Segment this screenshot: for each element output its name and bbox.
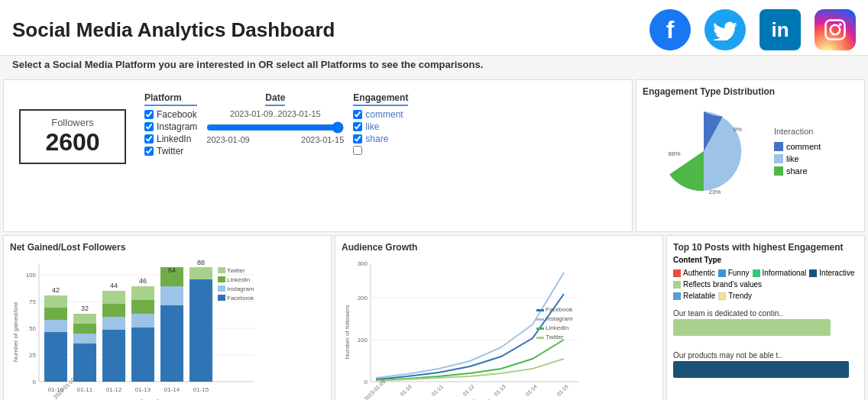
platform-twitter-checkbox[interactable] — [144, 147, 154, 156]
platform-twitter[interactable]: Twitter — [144, 146, 197, 156]
dashboard: Social Media Analytics Dashboard f in Se… — [0, 0, 868, 400]
legend-share-dot — [774, 166, 783, 176]
bar-date-2: 01-11 — [77, 386, 93, 393]
bar-instagram-1 — [44, 320, 67, 332]
header: Social Media Analytics Dashboard f in — [0, 0, 868, 56]
engagement-share-checkbox[interactable] — [353, 134, 362, 144]
legend-like-dot — [774, 154, 783, 163]
date-range-slider[interactable] — [206, 121, 344, 134]
engagement-extra[interactable] — [353, 146, 408, 155]
top-row: Followers 2600 Platform Facebook Instagr… — [3, 79, 865, 232]
engagement-share-label: share — [365, 134, 388, 144]
bar-linkedin-1 — [44, 308, 67, 320]
platform-filter: Platform Facebook Instagram LinkedIn — [144, 92, 197, 158]
followers-box: Followers 2600 — [19, 109, 126, 164]
ct-authentic-dot — [673, 269, 681, 277]
bar-instagram-2 — [73, 334, 96, 344]
line-y-0: 0 — [364, 379, 368, 385]
engagement-share[interactable]: share — [353, 134, 408, 144]
date-filter: Date 2023-01-09..2023-01-15 2023-01-09 2… — [206, 92, 344, 144]
engagement-like[interactable]: like — [353, 121, 408, 132]
ct-relatable-label: Relatable — [683, 292, 715, 300]
engagement-extra-checkbox[interactable] — [353, 146, 362, 155]
post-bar-2 — [673, 361, 849, 378]
legend-comment-dot — [774, 142, 783, 151]
pie-legend: Interaction comment like share — [774, 127, 821, 176]
ct-authentic: Authentic — [673, 269, 715, 277]
legend-share-text: share — [786, 166, 808, 176]
post-bar-1 — [673, 319, 831, 336]
engagement-comment-checkbox[interactable] — [353, 110, 362, 119]
engagement-filter: Engagement comment like share — [353, 92, 408, 156]
bar-linkedin-3 — [102, 304, 125, 317]
legend-tw-line — [536, 337, 544, 339]
line-y-200: 200 — [358, 295, 368, 302]
facebook-icon[interactable]: f — [649, 9, 691, 50]
filters-panel: Followers 2600 Platform Facebook Instagr… — [3, 79, 633, 232]
legend-fb-line-label: Facebook — [546, 306, 573, 313]
ct-trendy-dot — [718, 292, 726, 300]
bar-group-1: 42 01-10 — [44, 286, 67, 393]
bar-facebook-4 — [131, 327, 154, 382]
bar-group-2: 32 01-11 — [73, 305, 96, 393]
ct-authentic-label: Authentic — [683, 269, 715, 277]
bar-total-5: 64 — [168, 266, 176, 274]
platform-facebook-checkbox[interactable] — [144, 110, 154, 119]
line-xdate-4: 01-12 — [462, 383, 475, 397]
bar-y-50: 50 — [29, 325, 36, 332]
platform-filter-label: Platform — [144, 92, 197, 106]
linkedin-icon[interactable]: in — [760, 9, 801, 50]
legend-like: like — [774, 154, 821, 163]
platform-linkedin[interactable]: LinkedIn — [144, 134, 197, 144]
bar-group-3: 44 01-12 — [102, 282, 125, 393]
pie-legend-title: Interaction — [774, 127, 821, 136]
pie-container: 9% 68% 23% Interaction comment like — [643, 102, 858, 201]
bar-total-4: 46 — [139, 277, 147, 285]
instagram-icon[interactable] — [815, 9, 856, 50]
ct-reflects: Reflects brand's values — [673, 280, 858, 289]
bar-y-100: 100 — [26, 272, 37, 279]
bar-total-1: 42 — [52, 286, 60, 294]
platform-facebook[interactable]: Facebook — [144, 109, 197, 120]
ct-informational-dot — [753, 269, 760, 277]
platform-instagram-label: Instagram — [157, 121, 197, 132]
platform-facebook-label: Facebook — [157, 109, 197, 120]
line-y-label: Number of followers — [344, 305, 351, 359]
bar-facebook-6 — [189, 279, 212, 382]
line-twitter — [376, 359, 564, 381]
engagement-filter-label: Engagement — [353, 92, 408, 106]
engagement-like-checkbox[interactable] — [353, 122, 362, 131]
bar-instagram-3 — [102, 317, 125, 330]
line-xdate-2: 01-10 — [399, 383, 413, 397]
ct-relatable-dot — [673, 292, 681, 300]
ct-informational-label: Informational — [763, 269, 807, 277]
bar-date-5: 01-14 — [164, 386, 180, 393]
ct-funny-dot — [718, 269, 726, 277]
twitter-icon[interactable] — [704, 9, 746, 50]
legend-instagram-bar — [218, 285, 225, 292]
pie-chart-title: Engagement Type Distribution — [643, 86, 858, 97]
line-chart-svg: Number of followers 0 100 200 300 — [342, 256, 601, 400]
bar-chart-title: Net Gained/Lost Followers — [10, 242, 325, 253]
bar-date-6: 01-15 — [193, 386, 209, 393]
post-label-1: Our team is dedicated to contin.. — [673, 309, 858, 318]
platform-instagram-checkbox[interactable] — [144, 122, 154, 131]
bar-y-75: 75 — [29, 298, 36, 305]
ct-interactive-label: Interactive — [819, 269, 854, 277]
legend-facebook-label: Facebook — [227, 295, 254, 302]
engagement-comment-label: comment — [365, 109, 403, 120]
pie-comment-label: 9% — [733, 126, 742, 133]
engagement-comment[interactable]: comment — [353, 109, 408, 120]
legend-ig-line — [536, 318, 544, 321]
ct-funny-label: Funny — [728, 269, 750, 277]
ct-reflects-dot — [673, 281, 681, 289]
platform-linkedin-checkbox[interactable] — [144, 134, 154, 144]
post-row-2: Our products may not be able t.. — [673, 351, 858, 378]
post-row-1: Our team is dedicated to contin.. — [673, 309, 858, 336]
line-facebook — [376, 294, 564, 379]
legend-ig-line-label: Instagram — [546, 315, 573, 322]
platform-instagram[interactable]: Instagram — [144, 121, 197, 132]
bar-group-5: 64 01-14 — [160, 266, 183, 393]
legend-comment: comment — [774, 142, 821, 151]
legend-instagram-label: Instagram — [227, 285, 254, 292]
